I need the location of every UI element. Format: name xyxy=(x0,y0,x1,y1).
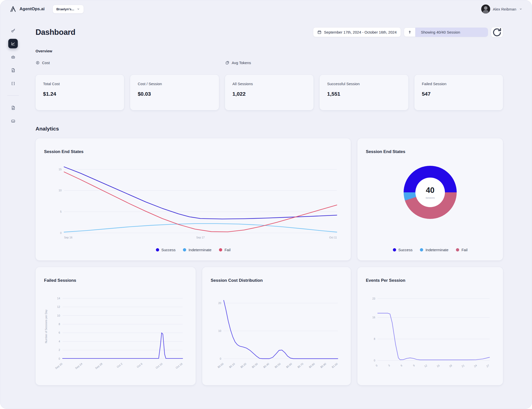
brand-link[interactable]: AgentOps.ai xyxy=(10,5,45,13)
sidebar-item-dashboard[interactable] xyxy=(8,39,18,48)
user-menu[interactable]: Alex Reibman xyxy=(481,5,522,14)
svg-text:14: 14 xyxy=(57,297,60,300)
filter-button[interactable] xyxy=(404,28,415,37)
chart-title: Failed Sessions xyxy=(44,278,187,283)
project-selector[interactable]: Braelyn's... xyxy=(53,5,84,14)
svg-text:3: 3 xyxy=(388,364,390,367)
sidebar-item-integrations[interactable] xyxy=(8,79,18,88)
showing-sessions-label: Showing 40/40 Session xyxy=(421,30,460,34)
legend-item-success: Success xyxy=(156,248,176,252)
session-cost-distribution-chart: 01020$0.00$0.10$0.20$0.30$0.40$0.50$0.60… xyxy=(211,289,342,377)
legend-dot-fail xyxy=(456,248,459,251)
stat-label: All Sessions xyxy=(232,82,306,86)
svg-text:12: 12 xyxy=(424,364,428,368)
legend-dot-indeterminate xyxy=(183,248,186,251)
chart-title: Events Per Session xyxy=(366,278,494,283)
svg-text:$0.80: $0.80 xyxy=(308,362,315,369)
svg-text:Oct 10: Oct 10 xyxy=(155,362,163,369)
failed-sessions-card: Failed Sessions 02468101214Sep 20Sep 24S… xyxy=(36,267,196,385)
user-name: Alex Reibman xyxy=(493,7,516,11)
stat-label: Failed Session xyxy=(422,82,495,86)
sidebar-item-agents[interactable] xyxy=(8,52,18,62)
refresh-button[interactable] xyxy=(491,27,503,37)
avatar xyxy=(481,5,490,14)
stat-value: $0.03 xyxy=(138,91,211,97)
stat-card-cost-per-session: Cost / Session $0.03 xyxy=(130,75,219,110)
svg-text:$0.40: $0.40 xyxy=(263,362,270,369)
svg-text:16: 16 xyxy=(372,316,375,319)
legend-label: Indeterminate xyxy=(188,248,211,252)
sidebar-item-recordings[interactable] xyxy=(8,116,18,126)
svg-text:Sep 24: Sep 24 xyxy=(75,362,83,370)
project-selector-label: Braelyn's... xyxy=(56,7,74,11)
sidebar-item-docs[interactable] xyxy=(8,103,18,112)
stat-card-all-sessions: All Sessions 1,022 xyxy=(225,75,314,110)
svg-text:23: 23 xyxy=(372,297,375,300)
chart-title: Session End States xyxy=(44,149,342,154)
svg-text:$0.90: $0.90 xyxy=(320,362,327,369)
topbar: AgentOps.ai Braelyn's... Alex Reibman xyxy=(0,0,532,18)
chart-legend: Success Indeterminate Fail xyxy=(357,248,503,252)
legend-dot-indeterminate xyxy=(420,248,423,251)
svg-text:27: 27 xyxy=(486,364,490,368)
svg-text:10: 10 xyxy=(57,314,60,317)
events-per-session-chart: 0816230369121518212427 xyxy=(366,289,494,375)
svg-text:21: 21 xyxy=(461,364,465,368)
stat-label: Successful Session xyxy=(327,82,401,86)
token-icon xyxy=(225,61,229,65)
svg-text:8: 8 xyxy=(374,338,375,340)
stat-value: 1,022 xyxy=(232,91,306,97)
svg-text:Number of Sessions per Day: Number of Sessions per Day xyxy=(45,309,48,343)
sidebar xyxy=(0,18,26,409)
svg-text:6: 6 xyxy=(59,331,60,334)
date-range-picker[interactable]: September 17th, 2024 - October 16th, 202… xyxy=(313,27,401,37)
chart-title: Session End States xyxy=(366,149,494,154)
svg-text:$0.50: $0.50 xyxy=(274,362,281,369)
date-range-label: September 17th, 2024 - October 16th, 202… xyxy=(324,30,397,34)
chevron-down-icon xyxy=(77,7,80,11)
svg-text:Sep 17: Sep 17 xyxy=(196,236,204,239)
calendar-icon xyxy=(317,30,322,34)
svg-text:Oct 16: Oct 16 xyxy=(175,362,183,369)
svg-text:9: 9 xyxy=(413,364,415,367)
tab-avg-tokens[interactable]: Avg Tokens xyxy=(225,61,251,65)
svg-text:10: 10 xyxy=(59,189,62,192)
donut-center-value: 40 xyxy=(426,186,434,195)
main-content: Dashboard September 17th, 2024 - October… xyxy=(26,18,532,409)
coin-icon xyxy=(36,61,40,65)
legend-dot-success xyxy=(393,248,396,251)
legend-item-indeterminate: Indeterminate xyxy=(420,248,448,252)
session-end-states-line-chart: 051015Sep 16Sep 17Oct 11 xyxy=(44,160,342,243)
sidebar-item-logs[interactable] xyxy=(8,65,18,75)
analytics-heading: Analytics xyxy=(36,126,503,132)
svg-text:$0.00: $0.00 xyxy=(217,362,224,369)
legend-dot-fail xyxy=(219,248,222,251)
legend-item-success: Success xyxy=(393,248,413,252)
svg-text:12: 12 xyxy=(57,305,60,308)
donut-center-label: Sessions xyxy=(426,197,435,199)
stat-card-failed-session: Failed Session 547 xyxy=(414,75,503,110)
svg-text:24: 24 xyxy=(473,364,477,368)
stat-cards: Total Cost $1.24 Cost / Session $0.03 Al… xyxy=(36,75,503,110)
svg-text:$1.00: $1.00 xyxy=(331,362,338,369)
sidebar-divider xyxy=(7,95,19,96)
refresh-icon xyxy=(491,27,503,38)
svg-text:0: 0 xyxy=(220,357,221,360)
legend-label: Fail xyxy=(224,248,230,252)
session-end-states-donut-chart: 40 Sessions xyxy=(404,166,457,219)
chart-legend: Success Indeterminate Fail xyxy=(36,248,351,252)
svg-text:4: 4 xyxy=(59,340,60,343)
stat-card-successful-session: Successful Session 1,551 xyxy=(320,75,408,110)
session-filter-group: Showing 40/40 Session xyxy=(404,28,488,37)
stat-value: 547 xyxy=(422,91,495,97)
svg-text:0: 0 xyxy=(59,357,60,360)
legend-label: Success xyxy=(398,248,413,252)
sidebar-item-api-keys[interactable] xyxy=(8,26,18,35)
session-end-states-line-card: Session End States 051015Sep 16Sep 17Oct… xyxy=(36,138,351,260)
events-per-session-card: Events Per Session 081623036912151821242… xyxy=(357,267,503,385)
analytics-row-2: Failed Sessions 02468101214Sep 20Sep 24S… xyxy=(36,267,503,385)
svg-text:0: 0 xyxy=(60,231,62,234)
svg-text:8: 8 xyxy=(59,323,60,326)
svg-text:Oct 2: Oct 2 xyxy=(116,362,123,368)
tab-cost[interactable]: Cost xyxy=(36,61,50,65)
